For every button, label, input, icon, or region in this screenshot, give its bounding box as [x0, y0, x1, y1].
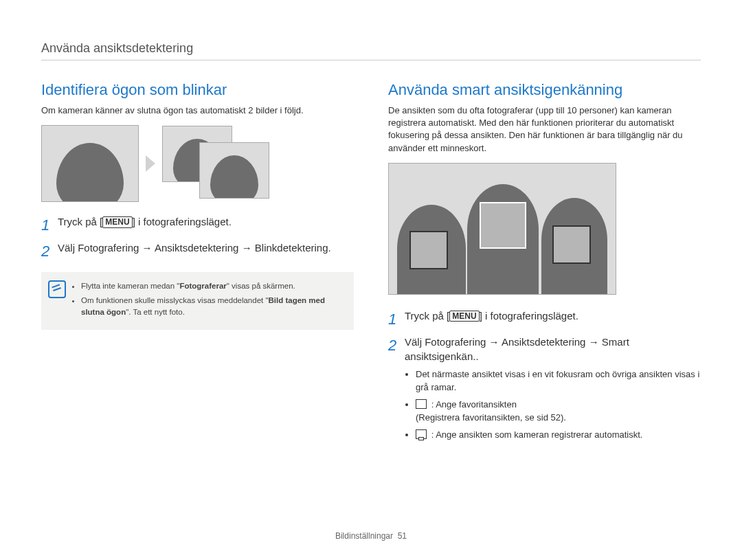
focus-frame-white — [480, 202, 526, 249]
left-intro: Om kameran känner av slutna ögon tas aut… — [41, 104, 354, 117]
step2-text: Välj Fotografering → Ansiktsdetektering … — [58, 240, 331, 256]
note-item: Flytta inte kameran medan "Fotograferar"… — [81, 280, 344, 292]
menu-key-icon: MENU — [449, 311, 479, 322]
step-number: 2 — [41, 240, 51, 262]
note-box: Flytta inte kameran medan "Fotograferar"… — [41, 272, 354, 330]
step-number: 1 — [388, 309, 398, 331]
auto-frame-icon — [416, 429, 427, 439]
detail-item: : Ange ansikten som kameran registrerar … — [416, 429, 701, 442]
right-intro: De ansikten som du ofta fotograferar (up… — [388, 104, 701, 155]
note1-pre: Flytta inte kameran medan " — [81, 282, 179, 290]
detail-item: : Ange favoritansikten (Registrera favor… — [416, 399, 701, 425]
d2-label: : Ange favoritansikten — [431, 399, 517, 410]
left-step-2: 2 Välj Fotografering → Ansiktsdetekterin… — [41, 240, 354, 262]
blink-photo-result-2 — [199, 142, 269, 199]
right-step-2: 2 Välj Fotografering → Ansiktsdetekterin… — [388, 335, 701, 365]
footer-section: Bildinställningar — [335, 531, 393, 541]
detail-list: Det närmaste ansiktet visas i en vit fok… — [405, 368, 701, 441]
focus-frame-gray — [552, 225, 591, 264]
blink-photo-closed — [41, 125, 139, 202]
rstep2-text: Välj Fotografering → Ansiktsdetektering … — [405, 335, 701, 365]
note1-bold: Fotograferar — [179, 282, 226, 290]
step1-post: ] i fotograferingsläget. — [133, 216, 232, 227]
focus-frame-gray — [409, 231, 448, 269]
menu-key-icon: MENU — [102, 216, 132, 227]
favorite-frame-icon — [416, 399, 427, 409]
detail-item: Det närmaste ansiktet visas i en vit fok… — [416, 368, 701, 394]
d3-label: : Ange ansikten som kameran registrerar … — [431, 429, 643, 440]
step1-pre: Tryck på [ — [58, 216, 102, 227]
chapter-header: Använda ansiktsdetektering — [41, 41, 701, 60]
note-icon — [48, 280, 66, 298]
step-number: 2 — [388, 335, 398, 357]
left-heading: Identifiera ögon som blinkar — [41, 81, 354, 99]
rstep1-post: ] i fotograferingsläget. — [480, 310, 578, 322]
footer-page-number: 51 — [398, 531, 407, 541]
step-number: 1 — [41, 214, 51, 236]
smart-face-figure — [388, 163, 616, 295]
rstep1-pre: Tryck på [ — [405, 310, 449, 322]
left-column: Identifiera ögon som blinkar Om kameran … — [41, 81, 354, 445]
right-heading: Använda smart ansiktsigenkänning — [388, 81, 701, 99]
right-step-1: 1 Tryck på [MENU] i fotograferingsläget. — [388, 309, 701, 331]
note1-post: " visas på skärmen. — [227, 282, 295, 290]
arrow-icon — [146, 155, 155, 172]
right-column: Använda smart ansiktsigenkänning De ansi… — [388, 81, 701, 445]
note2-post: ". Ta ett nytt foto. — [126, 308, 185, 316]
blink-figure — [41, 125, 354, 202]
page-footer: Bildinställningar 51 — [0, 531, 742, 541]
note2-pre: Om funktionen skulle misslyckas visas me… — [81, 296, 269, 304]
left-step-1: 1 Tryck på [MENU] i fotograferingsläget. — [41, 214, 354, 236]
note-item: Om funktionen skulle misslyckas visas me… — [81, 295, 344, 319]
d2-sub: (Registrera favoritansikten, se sid 52). — [416, 412, 566, 423]
